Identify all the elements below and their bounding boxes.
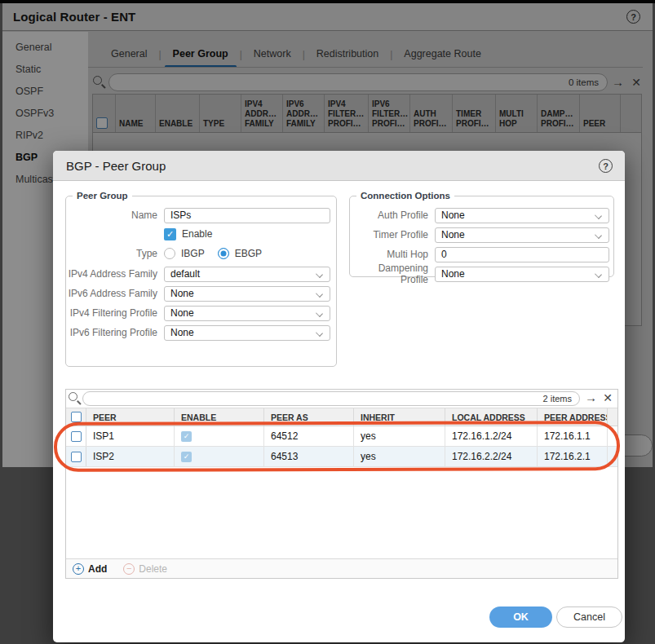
enabled-check-icon: ✓ <box>181 452 192 462</box>
cell-peer[interactable]: ISP1 <box>86 426 175 446</box>
auth-profile-value: None <box>441 210 465 221</box>
multi-hop-field[interactable]: 0 <box>435 247 609 262</box>
page-background: Logical Router - ENT ? General Static OS… <box>0 0 655 644</box>
auth-profile-select[interactable]: None <box>435 208 609 223</box>
enable-label: Enable <box>182 228 212 240</box>
cell-peer[interactable]: ISP2 <box>86 447 175 466</box>
column-header-peer-as[interactable]: PEER AS <box>264 408 354 426</box>
select-all-checkbox[interactable] <box>71 412 82 422</box>
ibgp-radio[interactable] <box>164 248 175 259</box>
scrollbar-gutter <box>608 447 617 466</box>
timer-profile-value: None <box>441 229 465 240</box>
modal-title: BGP - Peer Group <box>66 159 166 173</box>
table-row-isp1[interactable]: ISP1 ✓ 64512 yes 172.16.1.2/24 172.16.1.… <box>66 426 617 447</box>
column-header-peer-address[interactable]: PEER ADDRESS <box>538 408 608 426</box>
connection-options-fieldset: Connection Options Auth Profile None Tim… <box>349 191 614 277</box>
dampening-profile-value: None <box>441 268 465 280</box>
cell-peer-as: 64513 <box>264 447 354 466</box>
name-value: ISPs <box>170 210 191 221</box>
cell-inherit: yes <box>354 426 445 446</box>
peer-group-fieldset: Peer Group Name ISPs ✓ Enable Type IBGP … <box>65 191 337 367</box>
add-button[interactable]: + Add <box>73 563 107 575</box>
chevron-down-icon <box>595 212 602 219</box>
peers-table-empty-area <box>66 467 617 558</box>
row-select-cell[interactable] <box>66 447 86 466</box>
dampening-profile-label: Dampening Profile <box>350 262 428 285</box>
timer-profile-label: Timer Profile <box>350 229 428 240</box>
cell-local-address: 172.16.1.2/24 <box>445 426 538 446</box>
auth-profile-label: Auth Profile <box>350 210 428 221</box>
ibgp-label: IBGP <box>181 248 205 259</box>
cell-enable: ✓ <box>175 447 264 466</box>
chevron-down-icon <box>316 329 323 337</box>
peers-table: 2 items → ✕ PEER ENABLE PEER AS INHERIT … <box>65 389 618 579</box>
name-field[interactable]: ISPs <box>164 208 330 223</box>
ipv4-af-label: IPv4 Address Family <box>66 268 157 280</box>
add-button-label: Add <box>88 563 107 575</box>
ebgp-label: EBGP <box>235 248 262 259</box>
peers-table-footer: + Add − Delete <box>66 558 617 578</box>
row-select-cell[interactable] <box>66 426 86 446</box>
chevron-down-icon <box>316 271 323 278</box>
cancel-button[interactable]: Cancel <box>556 607 622 628</box>
modal-titlebar: BGP - Peer Group ? <box>53 151 625 181</box>
column-header-enable[interactable]: ENABLE <box>175 408 264 426</box>
ipv6-fp-select[interactable]: None <box>164 325 330 341</box>
cell-peer-address: 172.16.2.1 <box>538 447 608 466</box>
peers-search-input[interactable]: 2 items <box>82 391 580 406</box>
peers-table-header: PEER ENABLE PEER AS INHERIT LOCAL ADDRES… <box>66 408 617 426</box>
chevron-down-icon <box>595 271 602 278</box>
name-label: Name <box>66 210 157 221</box>
peers-searchbar: 2 items → ✕ <box>66 390 617 408</box>
column-header-local-address[interactable]: LOCAL ADDRESS <box>445 408 538 426</box>
chevron-down-icon <box>316 290 323 298</box>
apply-filter-icon[interactable]: → <box>585 390 597 404</box>
help-icon[interactable]: ? <box>599 159 613 173</box>
row-checkbox[interactable] <box>71 452 82 462</box>
ipv4-af-select[interactable]: default <box>164 267 330 282</box>
ipv6-af-value: None <box>170 288 194 299</box>
minus-circle-icon: − <box>123 563 135 575</box>
column-header-inherit[interactable]: INHERIT <box>354 408 445 426</box>
multi-hop-label: Multi Hop <box>350 249 428 260</box>
column-header-peer[interactable]: PEER <box>86 408 175 426</box>
search-icon <box>69 392 77 401</box>
delete-button-label: Delete <box>139 563 167 575</box>
cell-inherit: yes <box>354 447 445 466</box>
ebgp-radio[interactable] <box>218 248 229 259</box>
peer-group-legend: Peer Group <box>73 191 132 201</box>
enable-checkbox[interactable]: ✓ <box>164 228 176 240</box>
items-count: 2 items <box>543 394 572 404</box>
cell-peer-address: 172.16.1.1 <box>538 426 608 446</box>
ipv4-fp-select[interactable]: None <box>164 306 330 321</box>
timer-profile-select[interactable]: None <box>435 227 609 243</box>
ipv4-fp-value: None <box>170 307 194 319</box>
ipv6-fp-label: IPv6 Filtering Profile <box>66 327 157 338</box>
ok-button[interactable]: OK <box>489 607 552 628</box>
bgp-peer-group-modal: BGP - Peer Group ? Peer Group Name ISPs … <box>53 151 625 642</box>
plus-circle-icon: + <box>73 563 84 575</box>
table-row-isp2[interactable]: ISP2 ✓ 64513 yes 172.16.2.2/24 172.16.2.… <box>66 447 617 467</box>
cell-peer-as: 64512 <box>264 426 354 446</box>
row-checkbox[interactable] <box>71 431 82 442</box>
type-label: Type <box>66 248 157 259</box>
clear-filter-icon[interactable]: ✕ <box>603 391 613 404</box>
chevron-down-icon <box>595 232 602 239</box>
dampening-profile-select[interactable]: None <box>435 267 609 282</box>
chevron-down-icon <box>316 310 323 317</box>
scrollbar-gutter <box>608 408 617 426</box>
multi-hop-value: 0 <box>441 249 447 260</box>
ipv6-fp-value: None <box>170 327 194 338</box>
ipv6-af-select[interactable]: None <box>164 286 330 302</box>
ipv6-af-label: IPv6 Address Family <box>66 288 157 299</box>
ipv4-fp-label: IPv4 Filtering Profile <box>66 307 157 319</box>
select-all-cell[interactable] <box>66 408 86 426</box>
enabled-check-icon: ✓ <box>181 431 192 442</box>
connection-options-legend: Connection Options <box>356 191 454 201</box>
scrollbar-gutter <box>608 426 617 446</box>
cell-enable: ✓ <box>175 426 264 446</box>
ipv4-af-value: default <box>170 268 200 280</box>
cell-local-address: 172.16.2.2/24 <box>445 447 538 466</box>
delete-button[interactable]: − Delete <box>123 563 167 575</box>
